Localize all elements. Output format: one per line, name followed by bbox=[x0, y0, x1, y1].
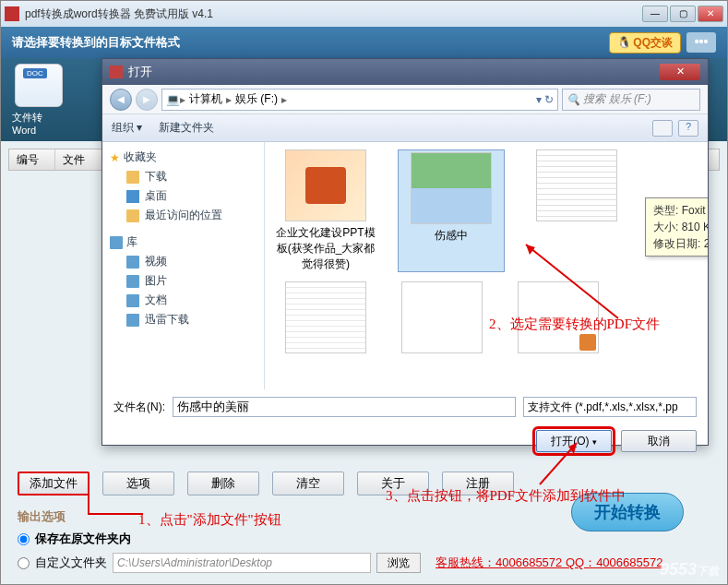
file-filter-select[interactable] bbox=[523, 397, 697, 417]
search-input[interactable]: 🔍 搜索 娱乐 (F:) bbox=[562, 89, 700, 111]
filename-label: 文件名(N): bbox=[113, 400, 165, 415]
format-prompt: 请选择要转换到的目标文件格式 bbox=[12, 34, 180, 51]
address-bar: ◄ ► 💻 ▸ 计算机 ▸ 娱乐 (F:) ▸ ▾ ↻ 🔍 搜索 娱乐 (F:) bbox=[102, 85, 708, 114]
options-button[interactable]: 选项 bbox=[102, 472, 174, 495]
tree-libraries[interactable]: 库 bbox=[106, 233, 260, 252]
nav-back-button[interactable]: ◄ bbox=[110, 89, 132, 111]
breadcrumb[interactable]: 💻 ▸ 计算机 ▸ 娱乐 (F:) ▸ ▾ ↻ bbox=[161, 89, 558, 111]
register-button[interactable]: 注册 bbox=[442, 472, 514, 495]
more-button[interactable]: ••• bbox=[686, 32, 716, 53]
files-panel[interactable]: 企业文化建设PPT模板(获奖作品_大家都觉得很赞) 伤感中 类型: Foxit … bbox=[265, 142, 708, 389]
hotline-text[interactable]: 客服热线：4006685572 QQ：4006685572 bbox=[436, 555, 662, 571]
tree-recent[interactable]: 最近访问的位置 bbox=[106, 206, 260, 225]
tool-file-to-word[interactable]: DOC 文件转Word bbox=[12, 64, 66, 136]
output-path-input[interactable] bbox=[113, 553, 371, 573]
dialog-open-button[interactable]: 打开(O) ▾ bbox=[536, 430, 612, 452]
open-file-dialog: 打开 ✕ ◄ ► 💻 ▸ 计算机 ▸ 娱乐 (F:) ▸ ▾ ↻ 🔍 搜索 娱乐… bbox=[101, 58, 709, 446]
file-item[interactable] bbox=[272, 281, 379, 357]
qq-chat-button[interactable]: 🐧QQ交谈 bbox=[609, 32, 681, 54]
dialog-footer: 文件名(N): 打开(O) ▾ 取消 bbox=[102, 389, 708, 460]
radio-custom-label: 自定义文件夹 bbox=[35, 555, 107, 571]
dialog-cancel-button[interactable]: 取消 bbox=[621, 430, 697, 452]
title-text: pdf转换成word转换器 免费试用版 v4.1 bbox=[25, 6, 640, 22]
file-item[interactable] bbox=[505, 281, 612, 357]
main-titlebar: pdf转换成word转换器 免费试用版 v4.1 — ▢ ✕ bbox=[1, 1, 727, 27]
computer-icon: 💻 bbox=[166, 93, 180, 106]
tree-video[interactable]: 视频 bbox=[106, 252, 260, 271]
col-index: 编号 bbox=[9, 149, 55, 170]
add-file-button[interactable]: 添加文件 bbox=[18, 472, 90, 495]
organize-menu[interactable]: 组织 ▾ bbox=[112, 120, 142, 136]
dialog-icon bbox=[110, 66, 123, 78]
window-buttons: — ▢ ✕ bbox=[640, 6, 723, 22]
file-ppt-template[interactable]: 企业文化建设PPT模板(获奖作品_大家都觉得很赞) bbox=[272, 149, 379, 272]
browse-button[interactable]: 浏览 bbox=[376, 553, 421, 573]
view-mode-button[interactable] bbox=[652, 120, 673, 137]
about-button[interactable]: 关于 bbox=[357, 472, 429, 495]
file-tooltip: 类型: Foxit Reader PDF Document 大小: 810 KB… bbox=[645, 197, 708, 257]
clear-button[interactable]: 清空 bbox=[272, 472, 344, 495]
dialog-title-text: 打开 bbox=[128, 64, 152, 80]
tree-favorites[interactable]: ★收藏夹 bbox=[106, 148, 260, 167]
tree-pictures[interactable]: 图片 bbox=[106, 271, 260, 291]
radio-same-label: 保存在原文件夹内 bbox=[35, 531, 131, 547]
file-selected-pdf[interactable]: 伤感中 bbox=[398, 149, 505, 272]
app-icon bbox=[5, 6, 19, 21]
tree-downloads[interactable]: 下载 bbox=[106, 167, 260, 186]
dialog-toolbar: 组织 ▾ 新建文件夹 ? bbox=[102, 114, 708, 142]
file-item[interactable] bbox=[388, 281, 495, 357]
start-convert-button[interactable]: 开始转换 bbox=[571, 493, 684, 531]
close-button[interactable]: ✕ bbox=[698, 6, 723, 22]
file-item[interactable] bbox=[523, 149, 630, 272]
filename-input[interactable] bbox=[173, 397, 516, 417]
help-button[interactable]: ? bbox=[678, 120, 698, 137]
minimize-button[interactable]: — bbox=[642, 6, 668, 22]
top-bar: 请选择要转换到的目标文件格式 🐧QQ交谈 ••• bbox=[1, 27, 727, 58]
dialog-titlebar: 打开 ✕ bbox=[102, 59, 708, 85]
tree-xunlei[interactable]: 迅雷下载 bbox=[106, 310, 260, 329]
nav-fwd-button[interactable]: ► bbox=[136, 89, 158, 111]
delete-button[interactable]: 删除 bbox=[187, 472, 259, 495]
tree-desktop[interactable]: 桌面 bbox=[106, 186, 260, 206]
radio-custom-folder[interactable] bbox=[18, 557, 30, 569]
maximize-button[interactable]: ▢ bbox=[670, 6, 696, 22]
tree-documents[interactable]: 文档 bbox=[106, 291, 260, 310]
dialog-close-button[interactable]: ✕ bbox=[660, 64, 700, 80]
folder-tree: ★收藏夹 下载 桌面 最近访问的位置 库 视频 图片 文档 迅雷下载 bbox=[102, 142, 265, 389]
radio-same-folder[interactable] bbox=[18, 533, 30, 545]
dialog-body: ★收藏夹 下载 桌面 最近访问的位置 库 视频 图片 文档 迅雷下载 企业文化建… bbox=[102, 142, 708, 389]
new-folder-button[interactable]: 新建文件夹 bbox=[159, 120, 214, 136]
